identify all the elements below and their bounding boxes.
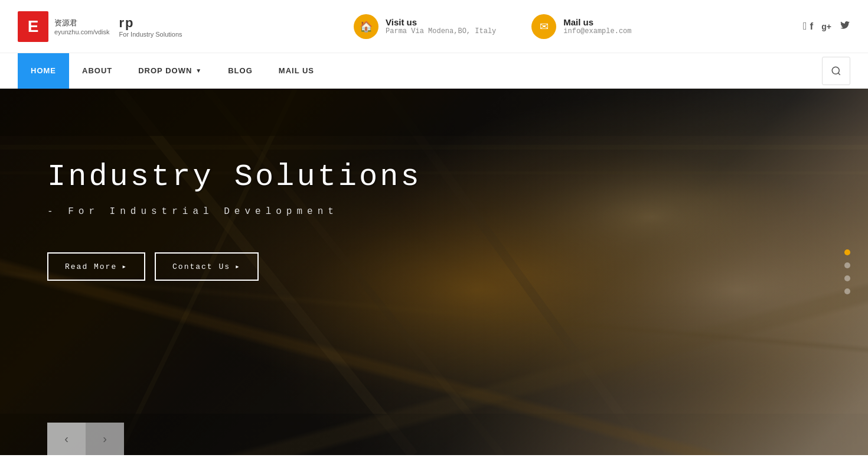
slider-dot-4[interactable] xyxy=(844,288,850,294)
googleplus-icon[interactable]: g+ xyxy=(821,22,831,31)
nav-item-mail-us[interactable]: MAIL US xyxy=(266,53,327,89)
mail-us-contact: ✉ Mail us info@example.com xyxy=(531,14,631,39)
slider-dots xyxy=(844,249,850,294)
visit-us-contact: 🏠 Visit us Parma Via Modena,BO, Italy xyxy=(354,14,496,39)
slider-dot-3[interactable] xyxy=(844,275,850,281)
logo-letter: E xyxy=(28,17,39,36)
prev-arrow-icon: ‹ xyxy=(64,432,68,446)
mail-us-title: Mail us xyxy=(563,17,631,27)
nav-item-blog[interactable]: BLOG xyxy=(215,53,266,89)
contact-us-button[interactable]: Contact Us ▸ xyxy=(155,252,259,281)
logo-text-area: 资源君 eyunzhu.com/vdisk xyxy=(54,18,110,35)
hero-subtitle: - For Industrial Development xyxy=(47,206,821,217)
mail-us-icon: ✉ xyxy=(531,14,556,39)
facebook-icon[interactable]:  f xyxy=(803,20,813,33)
svg-rect-11 xyxy=(0,414,868,455)
visit-us-icon: 🏠 xyxy=(354,14,378,39)
visit-us-title: Visit us xyxy=(386,17,496,27)
hero-section: Industry Solutions - For Industrial Deve… xyxy=(0,89,868,455)
social-icons:  f g+ xyxy=(803,20,850,33)
logo-area: E 资源君 eyunzhu.com/vdisk rp For Industry … xyxy=(18,11,182,42)
read-more-arrow-icon: ▸ xyxy=(122,262,128,271)
nav-item-dropdown[interactable]: DROP DOWN ▼ xyxy=(125,53,215,89)
nav-items: HOME ABOUT DROP DOWN ▼ BLOG MAIL US xyxy=(18,53,822,89)
visit-us-address: Parma Via Modena,BO, Italy xyxy=(386,27,496,35)
logo-rp: rp xyxy=(119,15,182,31)
logo-chinese: 资源君 xyxy=(54,18,110,28)
nav-item-about[interactable]: ABOUT xyxy=(69,53,125,89)
header-top: E 资源君 eyunzhu.com/vdisk rp For Industry … xyxy=(0,0,868,53)
svg-line-1 xyxy=(838,73,840,74)
hero-content: Industry Solutions - For Industrial Deve… xyxy=(0,89,868,316)
read-more-button[interactable]: Read More ▸ xyxy=(47,252,145,281)
slider-prev-button[interactable]: ‹ xyxy=(47,423,86,455)
next-arrow-icon: › xyxy=(103,432,107,446)
slider-dot-2[interactable] xyxy=(844,262,850,268)
hero-buttons: Read More ▸ Contact Us ▸ xyxy=(47,252,821,281)
nav-item-home[interactable]: HOME xyxy=(18,53,69,89)
svg-point-0 xyxy=(832,67,839,74)
hero-title: Industry Solutions xyxy=(47,160,821,194)
contact-us-arrow-icon: ▸ xyxy=(235,262,241,271)
mail-us-details: Mail us info@example.com xyxy=(563,17,631,35)
slider-next-button[interactable]: › xyxy=(86,423,124,455)
logo-tagline: For Industry Solutions xyxy=(119,31,182,38)
mail-us-email: info@example.com xyxy=(563,27,631,35)
slider-dot-1[interactable] xyxy=(844,249,850,255)
visit-us-details: Visit us Parma Via Modena,BO, Italy xyxy=(386,17,496,35)
slider-nav: ‹ › xyxy=(47,423,124,455)
logo-box: E xyxy=(18,11,48,42)
header-contacts: 🏠 Visit us Parma Via Modena,BO, Italy ✉ … xyxy=(182,14,803,39)
logo-url: eyunzhu.com/vdisk xyxy=(54,28,110,35)
navbar: HOME ABOUT DROP DOWN ▼ BLOG MAIL US xyxy=(0,53,868,89)
search-button[interactable] xyxy=(822,57,850,85)
dropdown-arrow-icon: ▼ xyxy=(195,67,202,74)
twitter-icon[interactable] xyxy=(840,20,850,33)
